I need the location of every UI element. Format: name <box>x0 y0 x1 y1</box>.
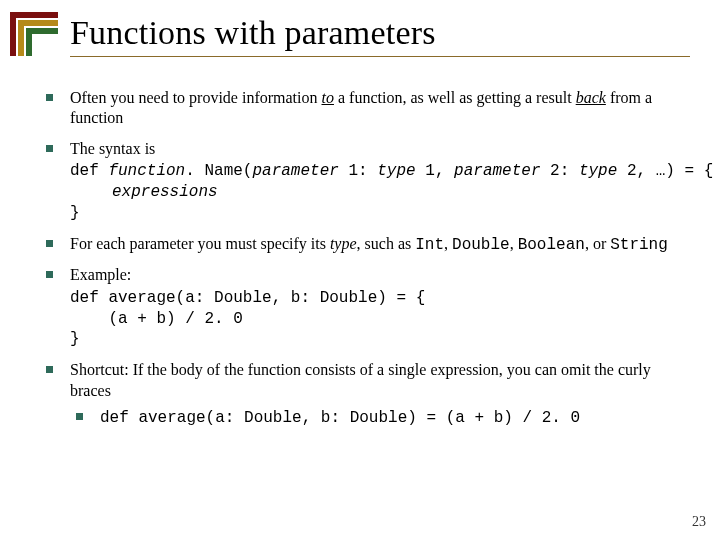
bullet-text: For each parameter you must specify its … <box>70 235 668 252</box>
page-number: 23 <box>692 514 706 530</box>
bullet-text: Often you need to provide information to… <box>70 89 652 126</box>
bullet-icon <box>76 413 83 420</box>
bullet-item: Often you need to provide information to… <box>40 88 686 129</box>
bullet-text: The syntax is <box>70 140 155 157</box>
slide-title: Functions with parameters <box>70 14 690 52</box>
bullet-item: For each parameter you must specify its … <box>40 234 686 255</box>
bullet-icon <box>46 240 53 247</box>
content-area: Often you need to provide information to… <box>40 78 686 439</box>
bullet-item: Shortcut: If the body of the function co… <box>40 360 686 429</box>
bullet-item: The syntax is def function. Name(paramet… <box>40 139 686 224</box>
sub-list: def average(a: Double, b: Double) = (a +… <box>70 407 686 429</box>
bullet-icon <box>46 94 53 101</box>
bullet-text: Shortcut: If the body of the function co… <box>70 361 651 398</box>
bullet-icon <box>46 271 53 278</box>
bullet-list: Often you need to provide information to… <box>40 88 686 429</box>
code-inline: def average(a: Double, b: Double) = (a +… <box>100 409 580 427</box>
sub-bullet-item: def average(a: Double, b: Double) = (a +… <box>70 407 686 429</box>
code-block: def average(a: Double, b: Double) = { (a… <box>70 288 686 350</box>
title-underline <box>70 56 690 57</box>
title-block: Functions with parameters <box>70 14 690 57</box>
bullet-item: Example: def average(a: Double, b: Doubl… <box>40 265 686 350</box>
bullet-text: Example: <box>70 266 131 283</box>
bullet-icon <box>46 145 53 152</box>
slide-logo <box>10 12 58 56</box>
bullet-icon <box>46 366 53 373</box>
code-block: def function. Name(parameter 1: type 1, … <box>70 161 686 223</box>
